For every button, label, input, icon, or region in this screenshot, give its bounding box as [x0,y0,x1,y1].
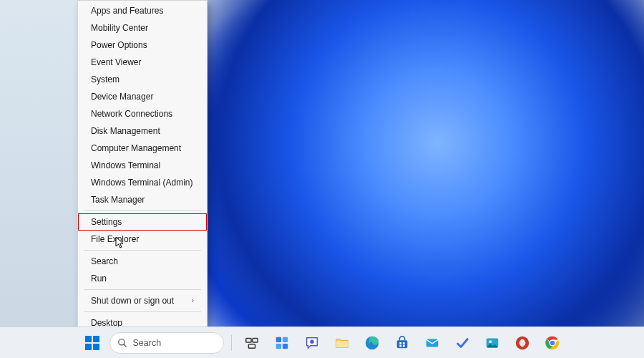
svg-rect-17 [426,339,438,347]
chat-button[interactable] [299,330,325,356]
start-button[interactable] [79,330,105,356]
menu-item-shutdown-signout[interactable]: Shut down or sign out› [78,292,207,309]
photos-icon [484,335,500,351]
svg-rect-10 [336,341,348,347]
winx-context-menu: Apps and FeaturesMobility CenterPower Op… [77,0,208,334]
menu-item-settings[interactable]: Settings [78,213,207,231]
menu-item-mobility-center[interactable]: Mobility Center [78,19,207,37]
menu-item-apps-and-features[interactable]: Apps and Features [78,2,207,19]
menu-item-file-explorer[interactable]: File Explorer [78,231,207,248]
menu-item-label: Task Manager [91,195,145,205]
store-button[interactable] [389,330,415,356]
menu-item-label: File Explorer [91,234,139,244]
svg-rect-14 [402,342,404,344]
store-icon [394,335,410,351]
todo-icon [454,335,470,351]
menu-item-label: Run [91,274,107,284]
menu-item-label: Event Viewer [91,57,141,67]
menu-item-label: Computer Management [91,143,181,153]
menu-item-label: Mobility Center [91,23,148,33]
svg-rect-13 [399,342,401,344]
menu-item-label: Disk Management [91,126,160,136]
svg-rect-16 [402,344,404,347]
file-explorer-button[interactable] [329,330,355,356]
windows-logo-icon [85,336,99,350]
widgets-button[interactable] [269,330,295,356]
taskbar: Search [0,326,644,358]
menu-item-label: Shut down or sign out [91,296,174,306]
menu-item-label: Settings [91,217,122,227]
svg-rect-5 [275,337,280,342]
search-placeholder: Search [133,338,162,348]
menu-item-network-connections[interactable]: Network Connections [78,105,207,122]
menu-item-label: Power Options [91,40,147,50]
mail-icon [424,335,440,351]
menu-item-windows-terminal[interactable]: Windows Terminal [78,157,207,174]
menu-item-label: System [91,74,119,84]
menu-item-disk-management[interactable]: Disk Management [78,122,207,140]
folder-icon [334,335,350,351]
menu-item-system[interactable]: System [78,71,207,88]
menu-item-label: Network Connections [91,109,172,119]
menu-item-power-options[interactable]: Power Options [78,37,207,54]
menu-item-task-manager[interactable]: Task Manager [78,191,207,208]
svg-point-19 [489,340,492,343]
menu-separator [84,211,201,211]
app-red-icon [514,335,530,351]
svg-rect-8 [282,343,287,348]
svg-rect-3 [252,338,257,342]
todo-button[interactable] [449,330,475,356]
menu-item-label: Windows Terminal [91,160,160,170]
svg-point-9 [310,339,314,344]
svg-rect-6 [282,337,287,342]
task-view-button[interactable] [239,330,265,356]
taskbar-divider [231,335,232,351]
chrome-button[interactable] [540,330,565,356]
edge-button[interactable] [359,330,385,356]
menu-separator [84,289,201,290]
menu-separator [84,311,201,312]
app-button[interactable] [509,330,535,356]
task-view-icon [244,335,260,351]
menu-item-label: Windows Terminal (Admin) [91,178,192,188]
svg-rect-15 [399,344,401,347]
svg-line-1 [123,344,126,347]
menu-item-computer-management[interactable]: Computer Management [78,140,207,157]
menu-item-windows-terminal-admin[interactable]: Windows Terminal (Admin) [78,174,207,191]
mail-button[interactable] [419,330,445,356]
menu-item-run[interactable]: Run [78,270,207,287]
menu-item-event-viewer[interactable]: Event Viewer [78,54,207,71]
edge-icon [364,335,380,351]
svg-rect-12 [396,340,407,348]
widgets-icon [274,335,290,351]
menu-item-label: Apps and Features [91,6,163,16]
taskbar-search[interactable]: Search [109,332,224,354]
chrome-icon [545,335,560,351]
svg-rect-2 [245,338,250,342]
chat-icon [304,335,320,351]
svg-rect-4 [248,344,255,348]
photos-button[interactable] [479,330,505,356]
menu-item-label: Search [91,256,118,266]
menu-item-label: Device Manager [91,92,153,102]
chevron-right-icon: › [192,296,194,306]
menu-item-search[interactable]: Search [78,253,207,270]
menu-item-device-manager[interactable]: Device Manager [78,88,207,105]
menu-separator [84,250,201,251]
search-icon [117,338,127,348]
svg-rect-7 [275,343,280,348]
